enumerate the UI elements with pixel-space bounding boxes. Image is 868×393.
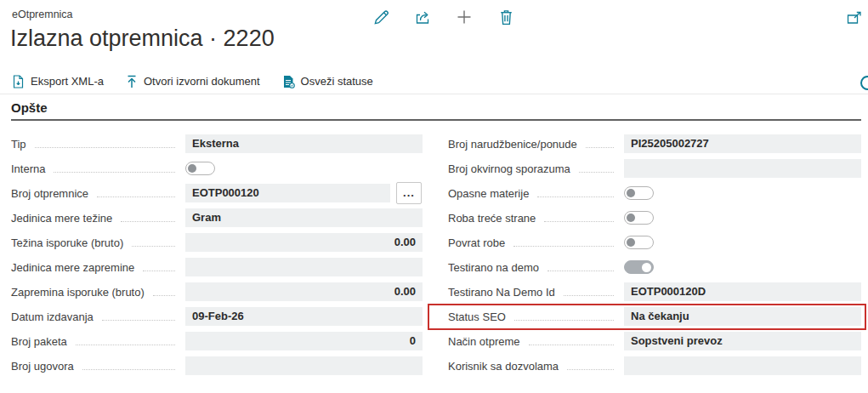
dotted-leader bbox=[102, 313, 175, 321]
section-header-opste[interactable]: Opšte bbox=[11, 100, 861, 121]
toggle-knob bbox=[627, 189, 635, 197]
form-column-left: TipEksternaInternaBroj otpremniceEOTP000… bbox=[11, 134, 423, 381]
field-row-testirano-na-demo-id: Testirano Na Demo IdEOTP000120D bbox=[448, 282, 861, 301]
field-value-nacin-otpreme[interactable]: Sopstveni prevoz bbox=[624, 332, 861, 350]
field-control bbox=[624, 159, 861, 178]
field-control: Eksterna bbox=[185, 134, 423, 153]
field-label: Jedinica mere zapremine bbox=[11, 261, 134, 274]
field-label: Broj paketa bbox=[11, 335, 67, 348]
field-label: Interna bbox=[11, 162, 45, 175]
section-title: Opšte bbox=[11, 100, 48, 115]
field-value-zapremina-isporuke-bruto[interactable]: 0.00 bbox=[185, 282, 423, 301]
field-value-tip[interactable]: Eksterna bbox=[185, 134, 423, 153]
refresh-statuses-icon bbox=[282, 75, 295, 88]
action-refresh-statuses[interactable]: Osveži statuse bbox=[282, 75, 373, 88]
field-label: Povrat robe bbox=[448, 236, 505, 249]
field-value-status-seo[interactable]: Na čekanju bbox=[624, 307, 861, 326]
field-row-roba-trece-strane: Roba treće strane bbox=[448, 208, 861, 227]
share-button[interactable] bbox=[413, 7, 432, 27]
delete-button[interactable] bbox=[496, 7, 515, 27]
open-in-new-window-button[interactable] bbox=[847, 10, 864, 26]
toggle-roba-trece-strane[interactable] bbox=[624, 211, 654, 225]
field-control bbox=[185, 356, 423, 375]
page: { "page": { "caption": "eOtpremnica", "t… bbox=[0, 0, 868, 393]
field-row-opasne-materije: Opasne materije bbox=[448, 184, 861, 202]
field-value-korisnik-sa-dozvolama[interactable] bbox=[624, 356, 861, 375]
field-label: Testirano Na Demo Id bbox=[448, 286, 555, 299]
action-open-source-document[interactable]: Otvori izvorni dokument bbox=[126, 75, 260, 88]
field-label: Način otpreme bbox=[448, 335, 520, 348]
field-label: Tip bbox=[11, 138, 26, 151]
field-control: 0 bbox=[185, 332, 423, 350]
dotted-leader bbox=[529, 338, 614, 345]
dotted-leader bbox=[97, 190, 175, 197]
assist-edit-button[interactable]: ... bbox=[396, 182, 422, 204]
toggle-knob bbox=[627, 238, 635, 247]
field-value-broj-narudzbenice-ponude[interactable]: PI25205002727 bbox=[624, 134, 861, 153]
toggle-interna[interactable] bbox=[185, 162, 215, 175]
field-control: 0.00 bbox=[185, 282, 423, 301]
field-control: PI25205002727 bbox=[624, 134, 861, 153]
action-label: Osveži statuse bbox=[301, 75, 373, 88]
dotted-leader bbox=[564, 288, 614, 296]
field-label: Roba treće strane bbox=[448, 212, 536, 225]
field-control: Sopstveni prevoz bbox=[624, 332, 861, 350]
field-control: EOTP000120... bbox=[185, 184, 423, 202]
field-row-interna: Interna bbox=[11, 159, 423, 178]
dotted-leader bbox=[132, 239, 175, 247]
field-value-tezina-isporuke-bruto[interactable]: 0.00 bbox=[185, 233, 423, 252]
search-icon[interactable] bbox=[860, 76, 868, 90]
field-label: Broj okvirnog sporazuma bbox=[448, 162, 570, 175]
field-control: 0.00 bbox=[185, 233, 423, 252]
field-control bbox=[624, 184, 861, 202]
field-value-testirano-na-demo-id[interactable]: EOTP000120D bbox=[624, 282, 861, 301]
field-control: Na čekanju bbox=[624, 307, 861, 326]
field-row-broj-ugovora: Broj ugovora bbox=[11, 356, 423, 375]
dotted-leader bbox=[537, 190, 614, 197]
field-value-jedinica-mere-tezine[interactable]: Gram bbox=[185, 208, 423, 227]
dotted-leader bbox=[513, 239, 614, 247]
field-row-datum-izdavanja: Datum izdavanja09-Feb-26 bbox=[11, 307, 423, 326]
field-control: Gram bbox=[185, 208, 423, 227]
field-label: Testirano na demo bbox=[448, 261, 539, 274]
add-button[interactable] bbox=[455, 7, 474, 27]
field-row-povrat-robe: Povrat robe bbox=[448, 233, 861, 252]
open-source-document-icon bbox=[126, 75, 138, 88]
field-row-nacin-otpreme: Način otpremeSopstveni prevoz bbox=[448, 332, 861, 350]
action-label: Otvori izvorni dokument bbox=[144, 75, 260, 88]
toggle-testirano-na-demo[interactable] bbox=[624, 260, 654, 274]
delete-icon bbox=[498, 9, 514, 26]
field-row-broj-otpremnice: Broj otpremniceEOTP000120... bbox=[11, 184, 423, 202]
field-label: Težina isporuke (bruto) bbox=[11, 236, 123, 249]
field-row-broj-okvirnog-sporazuma: Broj okvirnog sporazuma bbox=[448, 159, 861, 178]
dotted-leader bbox=[567, 362, 614, 370]
field-value-broj-ugovora[interactable] bbox=[185, 356, 423, 375]
field-label: Jedinica mere težine bbox=[11, 212, 112, 225]
field-control bbox=[624, 208, 861, 227]
share-icon bbox=[413, 9, 432, 26]
field-control: 09-Feb-26 bbox=[185, 307, 423, 326]
toggle-povrat-robe[interactable] bbox=[624, 236, 654, 249]
dotted-leader bbox=[547, 264, 614, 271]
field-row-zapremina-isporuke-bruto: Zapremina isporuke (bruto)0.00 bbox=[11, 282, 423, 301]
action-bar: Eksport XML-a Otvori izvorni dokument Os… bbox=[0, 69, 868, 94]
field-row-korisnik-sa-dozvolama: Korisnik sa dozvolama bbox=[448, 356, 861, 375]
action-export-xml[interactable]: Eksport XML-a bbox=[12, 75, 104, 88]
field-value-broj-otpremnice[interactable]: EOTP000120 bbox=[185, 184, 390, 202]
dotted-leader bbox=[153, 288, 175, 296]
field-label: Datum izdavanja bbox=[11, 310, 94, 323]
add-icon bbox=[456, 9, 473, 26]
form-column-right: Broj narudžbenice/ponudePI25205002727Bro… bbox=[448, 134, 861, 381]
field-value-broj-okvirnog-sporazuma[interactable] bbox=[624, 159, 861, 178]
field-value-datum-izdavanja[interactable]: 09-Feb-26 bbox=[185, 307, 423, 326]
field-value-jedinica-mere-zapremine[interactable] bbox=[185, 258, 423, 276]
field-row-broj-narudzbenice-ponude: Broj narudžbenice/ponudePI25205002727 bbox=[448, 134, 861, 153]
edit-button[interactable] bbox=[372, 7, 390, 27]
toggle-opasne-materije[interactable] bbox=[624, 186, 654, 200]
dotted-leader bbox=[586, 140, 614, 148]
dotted-leader bbox=[514, 313, 614, 321]
field-row-jedinica-mere-zapremine: Jedinica mere zapremine bbox=[11, 258, 423, 276]
field-label: Opasne materije bbox=[448, 187, 529, 200]
dotted-leader bbox=[143, 264, 175, 271]
field-value-broj-paketa[interactable]: 0 bbox=[185, 332, 423, 350]
